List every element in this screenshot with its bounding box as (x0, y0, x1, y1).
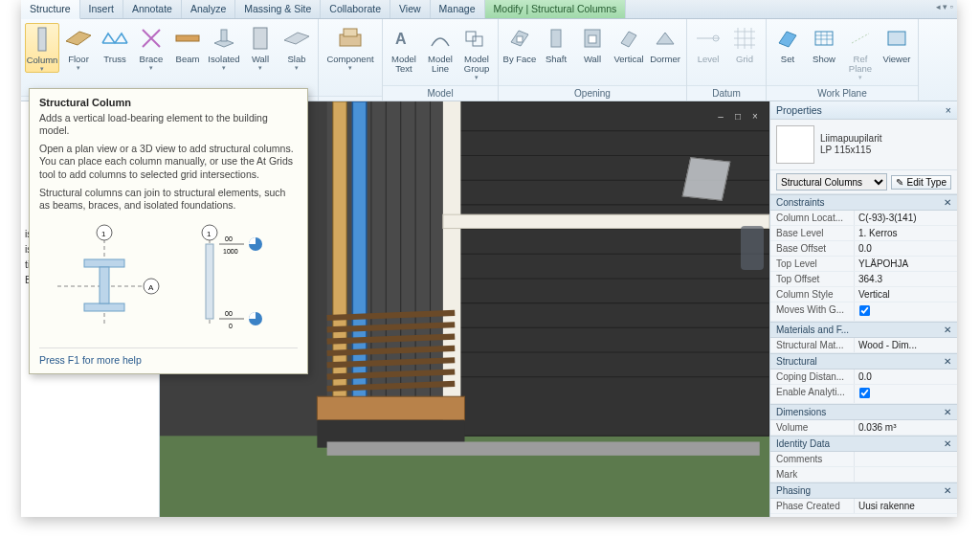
shaft-button[interactable]: Shaft (539, 23, 573, 64)
brace-button[interactable]: Brace▾ (134, 23, 168, 71)
app-window: Structure Insert Annotate Analyze Massin… (21, 0, 957, 517)
property-group-header[interactable]: Dimensions✕ (770, 404, 957, 420)
tab-structure[interactable]: Structure (21, 0, 80, 19)
truss-button[interactable]: Truss (98, 23, 132, 64)
model-line-button[interactable]: Model Line (423, 23, 457, 74)
wall-opening-button[interactable]: Wall (575, 23, 610, 64)
property-row[interactable]: Column Locat...C(-93)-3(141) (770, 211, 957, 226)
set-label: Set (781, 55, 794, 64)
floor-button[interactable]: Floor▾ (61, 23, 96, 71)
svg-rect-69 (84, 303, 124, 311)
ribbon-group-component: Component▾ (319, 19, 383, 101)
model-group-icon (463, 25, 490, 52)
vertical-button[interactable]: Vertical (612, 23, 646, 64)
tab-collaborate[interactable]: Collaborate (321, 0, 390, 18)
property-row[interactable]: Enable Analyti... (770, 385, 957, 404)
steering-wheel[interactable] (741, 226, 764, 270)
property-row[interactable]: Structural Mat...Wood - Dim... (770, 338, 957, 353)
grid-icon (731, 25, 758, 52)
level-button[interactable]: Level (691, 23, 725, 64)
viewport-controls[interactable]: – □ × (714, 109, 762, 123)
property-group-header[interactable]: Materials and F...✕ (770, 322, 957, 338)
byface-icon (506, 25, 533, 52)
tooltip: Structural Column Adds a vertical load-b… (29, 88, 308, 374)
viewer-label: Viewer (883, 55, 911, 64)
isolated-label: Isolated (208, 55, 239, 64)
wall-button[interactable]: Wall▾ (243, 23, 278, 71)
set-button[interactable]: Set (770, 23, 805, 64)
ribbon-group-model: AModel Text Model Line Model Group▾ Mode… (383, 19, 499, 101)
property-group-header[interactable]: Constraints✕ (770, 194, 957, 211)
beam-button[interactable]: Beam (170, 23, 205, 64)
svg-marker-21 (779, 32, 796, 47)
svg-rect-16 (589, 35, 596, 43)
tab-analyze[interactable]: Analyze (182, 0, 235, 18)
property-group-header[interactable]: Structural✕ (770, 353, 957, 370)
component-button[interactable]: Component▾ (323, 23, 378, 71)
tooltip-title: Structural Column (39, 97, 298, 108)
close-icon[interactable]: × (946, 104, 951, 116)
property-row[interactable]: Coping Distan...0.0 (770, 370, 957, 385)
property-row[interactable]: Column StyleVertical (770, 287, 957, 302)
property-row[interactable]: Base Level1. Kerros (770, 226, 957, 241)
property-group-header[interactable]: Identity Data✕ (770, 436, 957, 452)
grid-button[interactable]: Grid (727, 23, 762, 64)
ribbon-tabs: Structure Insert Annotate Analyze Massin… (21, 0, 957, 19)
property-group-header[interactable]: Phasing✕ (770, 482, 957, 499)
property-row[interactable]: Mark (770, 467, 957, 482)
component-label: Component (326, 55, 373, 64)
column-label: Column (27, 56, 58, 65)
svg-rect-51 (443, 214, 769, 228)
edit-type-icon: ✎ (896, 177, 903, 188)
model-line-icon (427, 25, 454, 52)
svg-rect-0 (38, 28, 46, 51)
property-row[interactable]: Comments (770, 452, 957, 467)
show-button[interactable]: Show (807, 23, 841, 64)
property-grid[interactable]: Constraints✕Column Locat...C(-93)-3(141)… (770, 194, 957, 517)
property-row[interactable]: Moves With G... (770, 302, 957, 322)
tab-massing[interactable]: Massing & Site (235, 0, 321, 18)
property-row[interactable]: Base Offset0.0 (770, 241, 957, 257)
close-icon[interactable]: × (748, 109, 762, 123)
minimize-icon[interactable]: – (714, 109, 727, 123)
svg-rect-13 (517, 36, 523, 42)
property-row[interactable]: Top LevelYLÄPOHJA (770, 257, 957, 272)
column-button[interactable]: Column▾ (25, 23, 59, 73)
byface-button[interactable]: By Face (502, 23, 537, 64)
window-buttons[interactable]: ◂ ▾ ▫ (936, 2, 953, 11)
properties-panel: Properties× Liimapuupilarit LP 115x115 S… (769, 101, 957, 517)
svg-rect-50 (333, 101, 346, 416)
svg-rect-48 (443, 101, 460, 441)
isolated-button[interactable]: Isolated▾ (207, 23, 241, 71)
model-group-button[interactable]: Model Group▾ (459, 23, 494, 80)
maximize-icon[interactable]: □ (731, 109, 745, 123)
vertical-icon (615, 25, 642, 52)
dormer-label: Dormer (650, 55, 680, 64)
viewer-button[interactable]: Viewer (880, 23, 914, 64)
dormer-button[interactable]: Dormer (648, 23, 682, 64)
svg-text:A: A (148, 283, 154, 292)
model-text-button[interactable]: AModel Text (387, 23, 421, 74)
tab-annotate[interactable]: Annotate (123, 0, 182, 18)
tooltip-text: Structural columns can join to structura… (39, 187, 298, 212)
refplane-icon (847, 25, 874, 52)
type-selector[interactable]: Liimapuupilarit LP 115x115 (770, 120, 957, 170)
tab-view[interactable]: View (390, 0, 431, 18)
category-select[interactable]: Structural Columns (776, 173, 887, 190)
group-datum-label: Datum (687, 85, 766, 101)
property-row[interactable]: Phase CreatedUusi rakenne (770, 499, 957, 514)
beam-label: Beam (176, 55, 200, 64)
refplane-button[interactable]: Ref Plane▾ (843, 23, 878, 80)
tab-insert[interactable]: Insert (80, 0, 123, 18)
edit-type-button[interactable]: ✎Edit Type (891, 175, 951, 190)
svg-rect-74 (206, 244, 213, 319)
tab-manage[interactable]: Manage (431, 0, 485, 18)
property-row[interactable]: Volume0.036 m³ (770, 420, 957, 436)
viewcube[interactable] (682, 157, 731, 200)
svg-marker-17 (621, 32, 636, 47)
level-icon (695, 25, 722, 52)
property-row[interactable]: Top Offset364.3 (770, 272, 957, 287)
slab-button[interactable]: Slab▾ (279, 23, 314, 71)
truss-label: Truss (103, 55, 125, 64)
tab-modify[interactable]: Modify | Structural Columns (485, 0, 627, 18)
